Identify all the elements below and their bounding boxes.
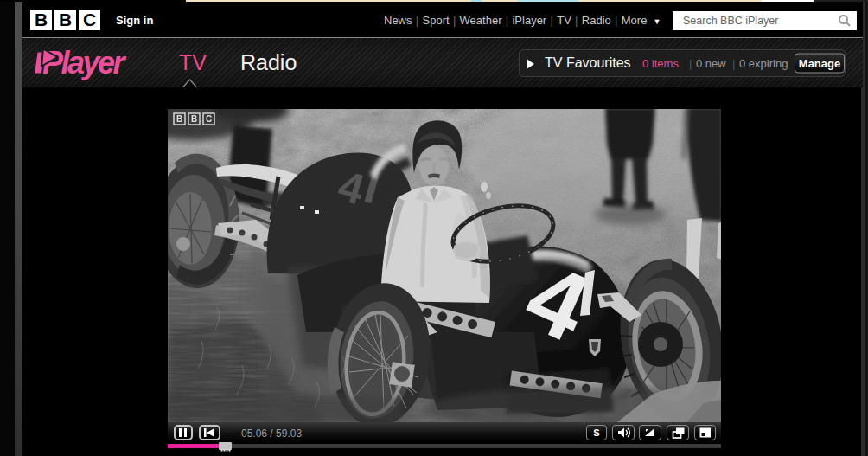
svg-text:B: B	[176, 114, 182, 124]
svg-text:B: B	[191, 114, 197, 124]
svg-text:Player: Player	[42, 45, 127, 80]
svg-text:C: C	[206, 114, 212, 124]
